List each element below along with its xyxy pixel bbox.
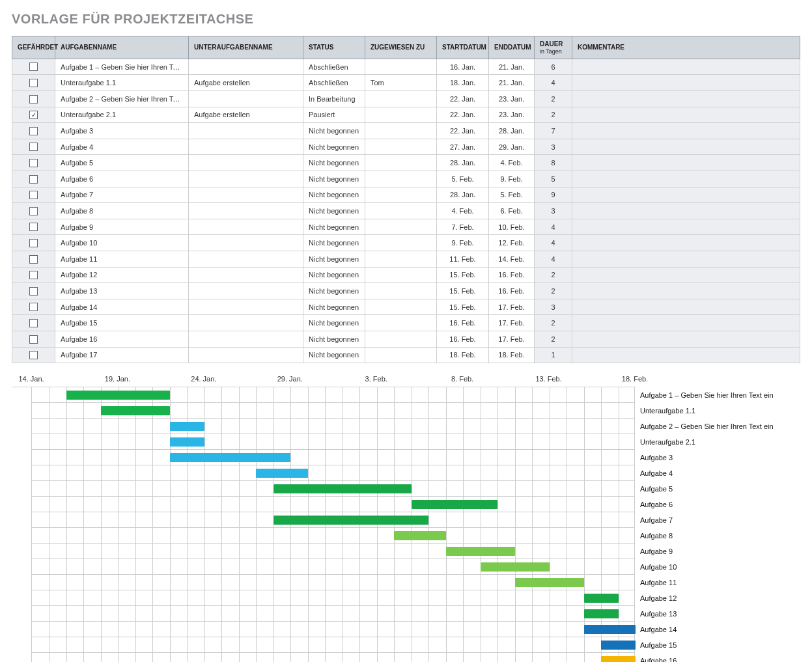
cell-start[interactable]: 18. Jan. xyxy=(437,75,489,91)
risk-checkbox[interactable] xyxy=(29,143,38,151)
cell-task[interactable]: Aufgabe 4 xyxy=(55,139,189,155)
cell-comments[interactable] xyxy=(572,91,800,107)
cell-subtask[interactable]: Aufgabe erstellen xyxy=(189,75,303,91)
risk-checkbox[interactable] xyxy=(29,175,38,184)
cell-assigned[interactable] xyxy=(365,91,437,107)
cell-assigned[interactable]: Tom xyxy=(365,75,437,91)
risk-checkbox[interactable] xyxy=(29,287,38,296)
cell-status[interactable]: Abschließen xyxy=(303,75,365,91)
cell-start[interactable]: 22. Jan. xyxy=(437,91,489,107)
risk-checkbox[interactable] xyxy=(29,191,38,199)
risk-checkbox[interactable] xyxy=(29,351,38,359)
risk-checkbox[interactable] xyxy=(29,303,38,311)
risk-checkbox[interactable] xyxy=(29,255,38,264)
cell-task[interactable]: Aufgabe 5 xyxy=(55,155,189,171)
cell-end[interactable]: 28. Jan. xyxy=(489,123,535,139)
cell-start[interactable]: 16. Jan. xyxy=(437,59,489,75)
cell-assigned[interactable] xyxy=(365,107,437,123)
cell-end[interactable]: 6. Feb. xyxy=(489,203,535,219)
cell-assigned[interactable] xyxy=(365,139,437,155)
cell-end[interactable]: 16. Feb. xyxy=(489,267,535,283)
cell-start[interactable]: 15. Feb. xyxy=(437,299,489,315)
cell-end[interactable]: 4. Feb. xyxy=(489,155,535,171)
risk-checkbox[interactable] xyxy=(29,159,38,167)
cell-assigned[interactable] xyxy=(365,299,437,315)
cell-start[interactable]: 15. Feb. xyxy=(437,283,489,299)
cell-comments[interactable] xyxy=(572,123,800,139)
cell-task[interactable]: Aufgabe 1 – Geben Sie hier Ihren Text ei… xyxy=(55,59,189,75)
cell-status[interactable]: Nicht begonnen xyxy=(303,299,365,315)
cell-end[interactable]: 17. Feb. xyxy=(489,331,535,347)
cell-status[interactable]: Nicht begonnen xyxy=(303,171,365,187)
cell-task[interactable]: Aufgabe 8 xyxy=(55,203,189,219)
risk-checkbox[interactable] xyxy=(29,127,38,135)
cell-start[interactable]: 28. Jan. xyxy=(437,187,489,203)
cell-end[interactable]: 21. Jan. xyxy=(489,59,535,75)
cell-task[interactable]: Aufgabe 13 xyxy=(55,283,189,299)
risk-checkbox[interactable] xyxy=(29,95,38,103)
cell-start[interactable]: 28. Jan. xyxy=(437,155,489,171)
cell-status[interactable]: In Bearbeitung xyxy=(303,91,365,107)
cell-end[interactable]: 10. Feb. xyxy=(489,219,535,235)
cell-end[interactable]: 23. Jan. xyxy=(489,107,535,123)
cell-start[interactable]: 7. Feb. xyxy=(437,219,489,235)
cell-assigned[interactable] xyxy=(365,171,437,187)
risk-checkbox[interactable] xyxy=(29,271,38,279)
cell-assigned[interactable] xyxy=(365,251,437,267)
cell-comments[interactable] xyxy=(572,75,800,91)
risk-checkbox[interactable] xyxy=(29,223,38,231)
cell-status[interactable]: Nicht begonnen xyxy=(303,123,365,139)
cell-status[interactable]: Nicht begonnen xyxy=(303,331,365,347)
cell-comments[interactable] xyxy=(572,171,800,187)
cell-status[interactable]: Nicht begonnen xyxy=(303,347,365,363)
cell-comments[interactable] xyxy=(572,331,800,347)
cell-subtask[interactable] xyxy=(189,331,303,347)
cell-subtask[interactable] xyxy=(189,203,303,219)
cell-comments[interactable] xyxy=(572,107,800,123)
cell-start[interactable]: 5. Feb. xyxy=(437,171,489,187)
cell-start[interactable]: 16. Feb. xyxy=(437,315,489,331)
cell-subtask[interactable] xyxy=(189,235,303,251)
cell-subtask[interactable] xyxy=(189,251,303,267)
cell-task[interactable]: Aufgabe 6 xyxy=(55,171,189,187)
cell-assigned[interactable] xyxy=(365,331,437,347)
cell-task[interactable]: Aufgabe 14 xyxy=(55,299,189,315)
cell-status[interactable]: Nicht begonnen xyxy=(303,235,365,251)
cell-start[interactable]: 9. Feb. xyxy=(437,235,489,251)
cell-assigned[interactable] xyxy=(365,315,437,331)
cell-comments[interactable] xyxy=(572,59,800,75)
cell-start[interactable]: 22. Jan. xyxy=(437,123,489,139)
cell-status[interactable]: Nicht begonnen xyxy=(303,315,365,331)
cell-task[interactable]: Aufgabe 15 xyxy=(55,315,189,331)
cell-assigned[interactable] xyxy=(365,203,437,219)
cell-start[interactable]: 27. Jan. xyxy=(437,139,489,155)
cell-end[interactable]: 17. Feb. xyxy=(489,299,535,315)
cell-end[interactable]: 29. Jan. xyxy=(489,139,535,155)
cell-status[interactable]: Pausiert xyxy=(303,107,365,123)
cell-assigned[interactable] xyxy=(365,347,437,363)
cell-end[interactable]: 9. Feb. xyxy=(489,171,535,187)
cell-task[interactable]: Aufgabe 7 xyxy=(55,187,189,203)
cell-start[interactable]: 4. Feb. xyxy=(437,203,489,219)
cell-task[interactable]: Aufgabe 12 xyxy=(55,267,189,283)
cell-end[interactable]: 12. Feb. xyxy=(489,235,535,251)
risk-checkbox[interactable] xyxy=(29,207,38,215)
cell-subtask[interactable] xyxy=(189,91,303,107)
cell-end[interactable]: 14. Feb. xyxy=(489,251,535,267)
cell-subtask[interactable]: Aufgabe erstellen xyxy=(189,107,303,123)
cell-comments[interactable] xyxy=(572,299,800,315)
cell-end[interactable]: 17. Feb. xyxy=(489,315,535,331)
cell-subtask[interactable] xyxy=(189,267,303,283)
cell-comments[interactable] xyxy=(572,235,800,251)
risk-checkbox[interactable] xyxy=(29,239,38,247)
cell-subtask[interactable] xyxy=(189,219,303,235)
cell-comments[interactable] xyxy=(572,139,800,155)
cell-comments[interactable] xyxy=(572,283,800,299)
cell-assigned[interactable] xyxy=(365,235,437,251)
cell-comments[interactable] xyxy=(572,187,800,203)
cell-subtask[interactable] xyxy=(189,347,303,363)
cell-assigned[interactable] xyxy=(365,219,437,235)
cell-task[interactable]: Aufgabe 11 xyxy=(55,251,189,267)
cell-assigned[interactable] xyxy=(365,187,437,203)
cell-comments[interactable] xyxy=(572,219,800,235)
